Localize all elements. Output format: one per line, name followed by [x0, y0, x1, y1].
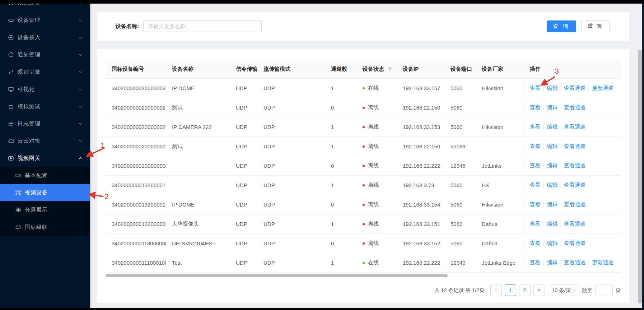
op-link-1[interactable]: 编辑 — [547, 221, 557, 227]
op-link-0[interactable]: 查看 — [530, 104, 541, 110]
sidebar-item-access[interactable]: 设备接入 — [0, 29, 90, 46]
cell-status: 离线 — [357, 175, 397, 195]
cell-status: 离线 — [357, 137, 397, 156]
sidebar-subitem-videodev[interactable]: 视频设备 — [0, 184, 90, 201]
cell-channels: 0 — [325, 195, 357, 214]
cell-port: 12349 — [445, 253, 476, 272]
sidebar-item-device[interactable]: 设备管理 — [0, 11, 90, 29]
op-link-0[interactable]: 查看 — [530, 240, 541, 246]
page-button-2[interactable]: 2 — [519, 284, 531, 296]
cell-channels: 1 — [325, 253, 357, 272]
cell-ops: 查看|编辑|查看通道 — [524, 214, 621, 233]
op-link-2[interactable]: 查看通道 — [564, 182, 585, 188]
cell-stream: UDP — [258, 78, 325, 98]
cell-vendor: Dahua — [476, 233, 524, 253]
reset-button[interactable]: 重 置 — [581, 20, 610, 32]
horizontal-scrollbar[interactable] — [106, 274, 448, 277]
table-row: 34020000001110001001TestUDPUDP1在线192.168… — [106, 253, 621, 272]
chevron-down-icon — [79, 70, 83, 73]
sidebar-item-bug[interactable]: 模拟测试 — [0, 98, 90, 115]
op-link-0[interactable]: 查看 — [530, 182, 541, 188]
cell-ip: 192.168.22.150 — [397, 98, 445, 117]
op-link-2[interactable]: 查看通道 — [564, 124, 585, 130]
device-name-input[interactable] — [143, 20, 262, 32]
op-link-1[interactable]: 编辑 — [547, 182, 557, 188]
page-size-value: 10 条/页 — [552, 287, 571, 294]
op-link-0[interactable]: 查看 — [530, 259, 541, 265]
op-link-1[interactable]: 编辑 — [547, 143, 557, 149]
op-link-0[interactable]: 查看 — [530, 143, 541, 149]
filter-funnel-icon[interactable] — [388, 67, 392, 71]
window-top-edge — [0, 0, 644, 4]
op-link-1[interactable]: 编辑 — [547, 162, 557, 168]
column-header-id: 国标设备编号 — [106, 60, 166, 78]
sidebar-item-visual[interactable]: 可视化 — [0, 80, 90, 98]
op-separator: | — [588, 259, 589, 265]
cell-ops: 查看|编辑|查看通道 — [524, 233, 621, 253]
sidebar-item-notify[interactable]: 通知管理 — [0, 46, 90, 63]
op-separator: | — [543, 143, 545, 149]
status-text: 离线 — [368, 104, 379, 110]
cell-status: 离线 — [357, 156, 397, 175]
cell-signaling: UDP — [230, 175, 258, 195]
cell-id: 34020000001180000001 — [106, 233, 166, 253]
cell-vendor: HX — [476, 175, 524, 195]
notify-icon — [8, 52, 14, 58]
sidebar-subitem-config[interactable]: 基本配置 — [0, 167, 90, 184]
op-link-1[interactable]: 编辑 — [547, 201, 557, 207]
op-link-0[interactable]: 查看 — [530, 85, 541, 91]
page-button-1[interactable]: 1 — [505, 284, 516, 296]
jump-suffix: 页 — [616, 287, 621, 294]
jump-page-input[interactable] — [596, 284, 613, 296]
videodev-icon — [15, 190, 21, 196]
op-link-0[interactable]: 查看 — [530, 162, 541, 168]
op-link-0[interactable]: 查看 — [530, 201, 541, 207]
op-link-1[interactable]: 编辑 — [547, 124, 557, 130]
cell-signaling: UDP — [230, 253, 258, 272]
window-right-edge — [642, 0, 644, 310]
op-link-1[interactable]: 编辑 — [547, 259, 557, 265]
sidebar-menu: 系统设置设备管理设备接入通知管理规则引擎可视化模拟测试日志管理云云对接视频网关基… — [0, 0, 90, 236]
op-link-2[interactable]: 查看通道 — [564, 143, 585, 149]
column-header-stream: 流传输模式 — [258, 60, 325, 78]
op-link-2[interactable]: 查看通道 — [564, 162, 585, 168]
prev-page-button[interactable]: < — [490, 284, 502, 296]
sidebar-subitem-split[interactable]: 分屏展示 — [0, 201, 90, 218]
op-link-1[interactable]: 编辑 — [547, 85, 557, 91]
next-page-button[interactable]: > — [533, 284, 545, 296]
page-size-select[interactable]: 10 条/页 — [548, 284, 579, 296]
cell-port: 5060 — [445, 98, 476, 117]
op-link-1[interactable]: 编辑 — [547, 104, 557, 110]
op-link-0[interactable]: 查看 — [530, 124, 541, 130]
device-table: 国标设备编号设备名称信令传输流传输模式通道数设备状态设备IP设备端口设备厂家操作… — [106, 60, 621, 273]
sidebar-item-cloud[interactable]: 云云对接 — [0, 132, 90, 149]
cell-vendor: JetLinks Edge — [476, 253, 524, 272]
query-button[interactable]: 查 询 — [547, 20, 576, 32]
split-icon — [15, 207, 21, 213]
op-link-2[interactable]: 查看通道 — [564, 259, 585, 265]
cell-vendor: Hikvision — [476, 78, 524, 98]
cell-vendor: Dahua — [476, 214, 524, 233]
device-name-label: 设备名称: — [116, 23, 139, 30]
op-link-3[interactable]: 更新通道 — [592, 85, 613, 91]
device-icon — [8, 17, 14, 23]
status-text: 在线 — [368, 259, 379, 265]
column-header-ops: 操作 — [524, 60, 621, 78]
vertical-scrollbar[interactable] — [638, 50, 642, 304]
sidebar-item-rules[interactable]: 规则引擎 — [0, 63, 90, 80]
op-link-2[interactable]: 查看通道 — [564, 85, 585, 91]
op-link-0[interactable]: 查看 — [530, 221, 541, 227]
op-link-2[interactable]: 查看通道 — [564, 104, 585, 110]
table-row: 34020000001320000124UDPUDP1离线192.168.3.7… — [106, 175, 621, 195]
op-link-3[interactable]: 更新通道 — [592, 259, 613, 265]
sidebar-item-log[interactable]: 日志管理 — [0, 115, 90, 132]
sidebar-subitem-cascade[interactable]: 国标级联 — [0, 218, 90, 236]
op-link-2[interactable]: 查看通道 — [564, 240, 585, 246]
cell-signaling: UDP — [230, 214, 258, 233]
cell-stream: UDP — [258, 98, 325, 117]
sidebar-item-gateway[interactable]: 视频网关 — [0, 149, 90, 167]
op-link-2[interactable]: 查看通道 — [564, 221, 585, 227]
cell-id: 34020000002000000015 — [106, 137, 166, 156]
op-link-2[interactable]: 查看通道 — [564, 201, 585, 207]
op-link-1[interactable]: 编辑 — [547, 240, 557, 246]
